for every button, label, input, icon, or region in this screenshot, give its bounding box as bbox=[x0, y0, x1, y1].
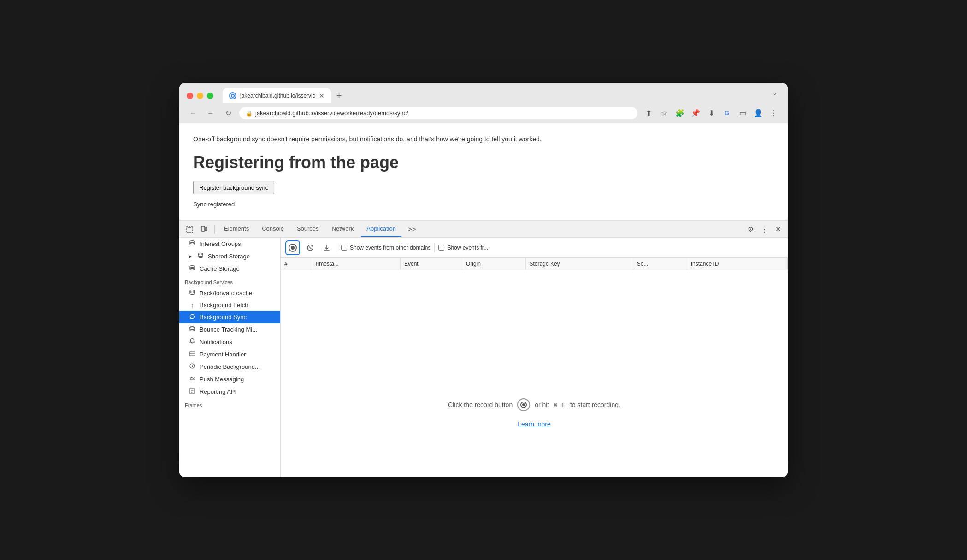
devtools-settings-button[interactable]: ⚙ bbox=[745, 223, 756, 235]
inline-record-icon bbox=[517, 398, 530, 411]
instruction-end: to start recording. bbox=[570, 401, 620, 408]
tab-sources[interactable]: Sources bbox=[291, 222, 324, 237]
tab-title: jakearchibald.github.io/isservic bbox=[240, 93, 315, 99]
empty-state: Click the record button or hit ⌘ E to st… bbox=[281, 349, 788, 477]
svg-point-8 bbox=[190, 266, 195, 268]
database-icon bbox=[189, 240, 196, 248]
events-table-container: # Timesta... Event Origin Storage Key Se… bbox=[281, 258, 788, 349]
lock-icon: 🔒 bbox=[246, 110, 253, 117]
extensions-button[interactable]: 🧩 bbox=[673, 107, 686, 120]
toolbar-divider bbox=[214, 225, 215, 234]
address-bar: ← → ↻ 🔒 jakearchibald.github.io/isservic… bbox=[179, 103, 788, 123]
col-timestamp: Timesta... bbox=[311, 258, 400, 270]
browser-window: jakearchibald.github.io/isservic ✕ + ˅ ←… bbox=[179, 83, 788, 477]
col-origin: Origin bbox=[462, 258, 525, 270]
fetch-icon: ↕ bbox=[189, 302, 196, 309]
page-description: One-off background sync doesn't require … bbox=[193, 134, 774, 144]
sidebar-item-background-fetch[interactable]: ↕ Background Fetch bbox=[179, 299, 280, 311]
sidebar-item-payment-handler[interactable]: Payment Handler bbox=[179, 348, 280, 361]
split-view-button[interactable]: ▭ bbox=[736, 107, 749, 120]
active-tab[interactable]: jakearchibald.github.io/isservic ✕ bbox=[223, 88, 331, 103]
svg-point-7 bbox=[198, 253, 203, 255]
inline-record-dot bbox=[522, 403, 525, 406]
clock-icon bbox=[189, 363, 196, 371]
tab-close-button[interactable]: ✕ bbox=[319, 93, 324, 99]
devtools-close-button[interactable]: ✕ bbox=[772, 223, 784, 235]
devtools-right-actions: ⚙ ⋮ ✕ bbox=[745, 223, 784, 235]
share-button[interactable]: ⬆ bbox=[642, 107, 655, 120]
show-events-fr-checkbox[interactable] bbox=[438, 245, 444, 251]
sidebar-item-cache-storage[interactable]: Cache Storage bbox=[179, 262, 280, 275]
url-text: jakearchibald.github.io/isserviceworkerr… bbox=[255, 110, 631, 117]
instruction-suffix: or hit bbox=[535, 401, 549, 408]
kbd-key: E bbox=[562, 402, 566, 408]
devtools-sidebar: Interest Groups ▶ Shared Storage Cache bbox=[179, 238, 281, 477]
events-table: # Timesta... Event Origin Storage Key Se… bbox=[281, 258, 788, 270]
expand-arrow-icon: ▶ bbox=[189, 254, 192, 259]
sidebar-item-notifications[interactable]: Notifications bbox=[179, 336, 280, 348]
sidebar-item-bounce-tracking[interactable]: Bounce Tracking Mi... bbox=[179, 323, 280, 336]
tab-console[interactable]: Console bbox=[256, 222, 289, 237]
main-toolbar: Show events from other domains Show even… bbox=[281, 238, 788, 258]
minimize-traffic-light[interactable] bbox=[197, 93, 203, 99]
reload-button[interactable]: ↻ bbox=[222, 107, 235, 120]
col-instance-id: Instance ID bbox=[687, 258, 787, 270]
back-button[interactable]: ← bbox=[187, 107, 200, 120]
close-traffic-light[interactable] bbox=[187, 93, 193, 99]
sidebar-item-periodic-background[interactable]: Periodic Background... bbox=[179, 361, 280, 373]
show-events-fr-label[interactable]: Show events fr... bbox=[438, 245, 488, 251]
svg-point-9 bbox=[190, 290, 195, 292]
profile-button[interactable]: 👤 bbox=[752, 107, 765, 120]
sync-status: Sync registered bbox=[193, 200, 774, 209]
kbd-modifier: ⌘ bbox=[554, 402, 557, 408]
clear-button[interactable] bbox=[304, 241, 317, 254]
col-se: Se... bbox=[633, 258, 687, 270]
bookmark-button[interactable]: ☆ bbox=[658, 107, 671, 120]
tab-list-button[interactable]: ˅ bbox=[769, 91, 780, 103]
devtools-more-button[interactable]: ⋮ bbox=[758, 223, 771, 235]
tab-elements[interactable]: Elements bbox=[218, 222, 254, 237]
tab-application[interactable]: Application bbox=[361, 222, 401, 237]
sidebar-item-interest-groups[interactable]: Interest Groups bbox=[179, 238, 280, 250]
toolbar-separator bbox=[337, 243, 337, 252]
register-sync-button[interactable]: Register background sync bbox=[193, 181, 274, 194]
sidebar-item-shared-storage[interactable]: ▶ Shared Storage bbox=[179, 250, 280, 262]
doc-icon bbox=[189, 388, 196, 396]
sidebar-label: Periodic Background... bbox=[200, 363, 260, 370]
forward-button[interactable]: → bbox=[204, 107, 217, 120]
show-other-domains-label[interactable]: Show events from other domains bbox=[341, 245, 430, 251]
download-button[interactable]: ⬇ bbox=[705, 107, 718, 120]
database-icon-2 bbox=[197, 252, 204, 260]
svg-line-16 bbox=[309, 246, 312, 249]
record-icon bbox=[289, 244, 297, 252]
svg-point-6 bbox=[190, 241, 195, 243]
maximize-traffic-light[interactable] bbox=[207, 93, 213, 99]
sidebar-item-back-forward-cache[interactable]: Back/forward cache bbox=[179, 287, 280, 299]
record-instruction: Click the record button or hit ⌘ E to st… bbox=[448, 398, 620, 411]
record-button[interactable] bbox=[285, 240, 300, 255]
inspect-element-button[interactable] bbox=[183, 224, 196, 235]
download-events-button[interactable] bbox=[320, 241, 333, 254]
device-toolbar-button[interactable] bbox=[198, 224, 211, 235]
pin-button[interactable]: 📌 bbox=[689, 107, 702, 120]
address-actions: ⬆ ☆ 🧩 📌 ⬇ G ▭ 👤 ⋮ bbox=[642, 107, 780, 120]
more-tabs-button[interactable]: >> bbox=[405, 223, 419, 235]
inline-record-inner bbox=[520, 402, 527, 408]
learn-more-link[interactable]: Learn more bbox=[518, 420, 551, 428]
url-bar[interactable]: 🔒 jakearchibald.github.io/isserviceworke… bbox=[239, 107, 637, 119]
notification-icon bbox=[189, 338, 196, 346]
sidebar-label: Reporting API bbox=[200, 388, 236, 395]
tab-network[interactable]: Network bbox=[326, 222, 360, 237]
sidebar-item-reporting-api[interactable]: Reporting API bbox=[179, 385, 280, 398]
show-other-domains-text: Show events from other domains bbox=[350, 245, 430, 251]
menu-button[interactable]: ⋮ bbox=[767, 107, 780, 120]
sidebar-label: Cache Storage bbox=[200, 265, 240, 272]
sidebar-item-background-sync[interactable]: Background Sync bbox=[179, 311, 280, 323]
sidebar-item-push-messaging[interactable]: Push Messaging bbox=[179, 373, 280, 385]
sidebar-label: Notifications bbox=[200, 338, 232, 345]
new-tab-button[interactable]: + bbox=[333, 89, 346, 103]
google-button[interactable]: G bbox=[720, 107, 733, 120]
show-other-domains-checkbox[interactable] bbox=[341, 245, 347, 251]
sidebar-label: Back/forward cache bbox=[200, 290, 252, 297]
sidebar-label: Shared Storage bbox=[208, 253, 250, 260]
